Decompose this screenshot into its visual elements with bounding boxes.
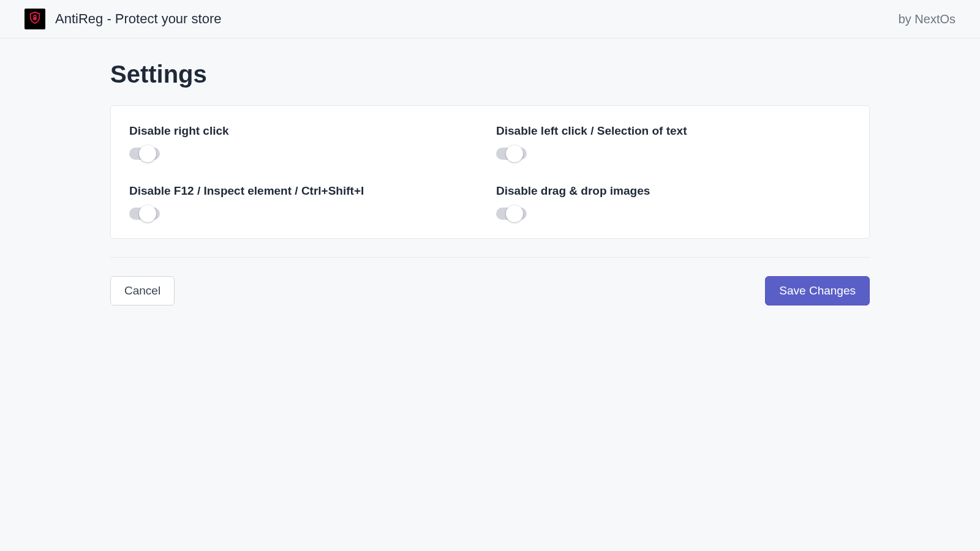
setting-disable-left-click: Disable left click / Selection of text [496, 124, 851, 160]
save-button[interactable]: Save Changes [765, 276, 870, 305]
cancel-button[interactable]: Cancel [110, 276, 175, 305]
setting-disable-right-click: Disable right click [129, 124, 484, 160]
divider [110, 257, 870, 258]
app-logo [24, 9, 45, 29]
main-container: Settings Disable right click Disable lef… [86, 39, 894, 328]
setting-label: Disable drag & drop images [496, 184, 851, 198]
toggle-disable-drag-drop[interactable] [496, 208, 527, 220]
header-byline: by NextOs [899, 12, 956, 26]
toggle-knob [139, 145, 156, 162]
app-title: AntiReg - Protect your store [55, 11, 221, 27]
setting-label: Disable F12 / Inspect element / Ctrl+Shi… [129, 184, 484, 198]
app-header: AntiReg - Protect your store by NextOs [0, 0, 980, 39]
page-title: Settings [110, 61, 870, 88]
header-left: AntiReg - Protect your store [24, 9, 221, 29]
setting-disable-f12: Disable F12 / Inspect element / Ctrl+Shi… [129, 184, 484, 220]
toggle-disable-right-click[interactable] [129, 148, 160, 160]
setting-label: Disable right click [129, 124, 484, 138]
toggle-knob [506, 145, 523, 162]
toggle-disable-left-click[interactable] [496, 148, 527, 160]
setting-label: Disable left click / Selection of text [496, 124, 851, 138]
toggle-knob [506, 205, 523, 222]
svg-rect-0 [33, 17, 37, 20]
toggle-disable-f12[interactable] [129, 208, 160, 220]
toggle-knob [139, 205, 156, 222]
shield-lock-icon [28, 11, 42, 27]
actions-row: Cancel Save Changes [110, 276, 870, 305]
settings-card: Disable right click Disable left click /… [110, 105, 870, 239]
setting-disable-drag-drop: Disable drag & drop images [496, 184, 851, 220]
